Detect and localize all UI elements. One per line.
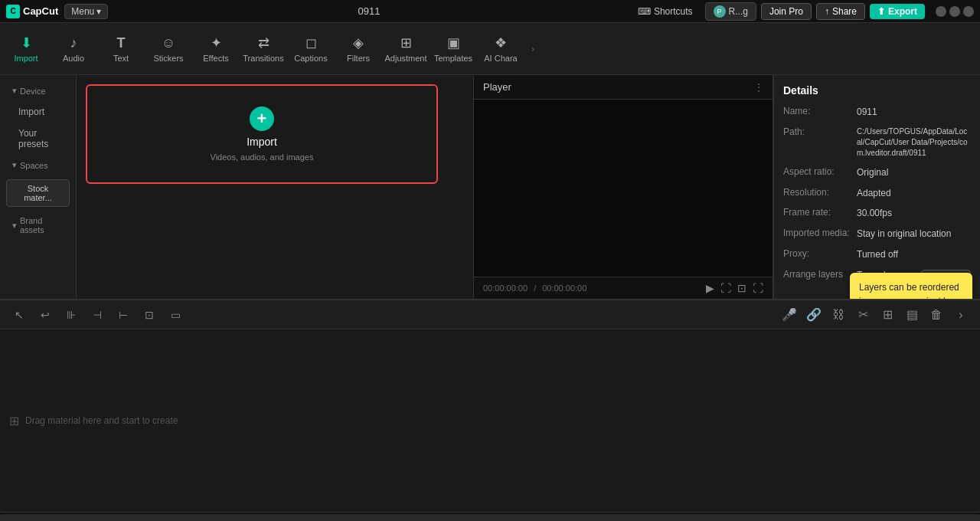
player-body (474, 100, 773, 277)
timeline-undo-button[interactable]: ↩ (35, 305, 55, 325)
shortcuts-label: Shortcuts (654, 6, 693, 17)
sidebar-brand-assets-label: Brand assets (20, 216, 64, 234)
sidebar-spaces-section[interactable]: ▾ Spaces (3, 156, 73, 175)
maximize-button[interactable] (949, 6, 960, 17)
timeline-toolbar: ↖ ↩ ⊪ ⊣ ⊢ ⊡ ▭ 🎤 🔗 ⛓ ✂ ⊞ ▤ 🗑 › (0, 300, 980, 329)
transitions-icon: ⇄ (255, 34, 272, 51)
player-menu-button[interactable]: ⋮ (754, 82, 763, 93)
profile-icon: P (714, 5, 726, 18)
spaces-chevron-icon: ▾ (12, 160, 17, 170)
detail-aspect-row: Aspect ratio: Original (783, 166, 971, 179)
menu-label: Menu (71, 6, 94, 17)
timeline-trim-button[interactable]: ⊣ (87, 305, 107, 325)
detail-path-value: C:/Users/TOPGUS/AppData/Local/CapCut/Use… (857, 126, 971, 159)
capcut-logo: C CapCut (6, 5, 58, 18)
close-button[interactable] (963, 6, 974, 17)
tool-ai-chara-label: AI Chara (484, 54, 517, 63)
captions-icon: ◻ (302, 34, 319, 51)
app-title: CapCut (23, 5, 58, 17)
timeline-align-button[interactable]: ⊞ (877, 305, 897, 325)
sidebar-stock-material[interactable]: Stock mater... (6, 179, 70, 207)
timeline-drag-label: Drag material here and start to create (25, 415, 178, 426)
timeline-audio-button[interactable]: 🎤 (779, 305, 799, 325)
detail-aspect-value: Original (857, 166, 888, 179)
play-button[interactable]: ▶ (706, 282, 714, 294)
player-time-total: 00:00:00:00 (542, 283, 586, 293)
timeline-trim-right-button[interactable]: ⊢ (113, 305, 133, 325)
timeline-scrollbar[interactable] (0, 512, 980, 521)
tool-captions[interactable]: ◻ Captions (288, 26, 334, 72)
profile-button[interactable]: P R...g (705, 2, 756, 21)
detail-aspect-label: Aspect ratio: (783, 166, 852, 179)
tool-effects[interactable]: ✦ Effects (193, 26, 239, 72)
sidebar-brand-assets-section[interactable]: ▾ Brand assets (3, 211, 73, 239)
sidebar-import[interactable]: Import (3, 102, 73, 122)
timeline-magnet-button[interactable]: 🔗 (804, 305, 824, 325)
fullscreen-button[interactable]: ⛶ (720, 282, 731, 294)
topbar-right: ⌨ Shortcuts P R...g Join Pro ↑ Share ⬆ E… (630, 2, 974, 21)
timeline-select-tool[interactable]: ↖ (9, 305, 29, 325)
timeline-link-button[interactable]: ⛓ (828, 305, 848, 325)
share-button[interactable]: ↑ Share (816, 3, 865, 20)
timeline-unlink-button[interactable]: ✂ (853, 305, 873, 325)
player-footer: 00:00:00:00 / 00:00:00:00 ▶ ⛶ ⊡ ⛶ (474, 277, 773, 299)
detail-name-value: 0911 (857, 106, 877, 119)
logo-icon: C (6, 5, 20, 18)
shortcuts-button[interactable]: ⌨ Shortcuts (630, 4, 701, 19)
timeline-crop-button[interactable]: ▭ (165, 305, 185, 325)
tool-ai-chara[interactable]: ❖ AI Chara (478, 26, 524, 72)
join-pro-button[interactable]: Join Pro (761, 3, 812, 20)
ai-chara-icon: ❖ (492, 34, 509, 51)
minimize-button[interactable] (936, 6, 946, 17)
tool-captions-label: Captions (294, 54, 327, 63)
content-area: + Import Videos, audios, and images (77, 75, 473, 299)
tooltip-text: Layers can be reordered in every new pro… (859, 282, 959, 299)
menu-button[interactable]: Menu ▾ (64, 4, 108, 19)
import-box: + Import Videos, audios, and images (211, 106, 314, 162)
tool-filters[interactable]: ◈ Filters (335, 26, 381, 72)
toolbar-more-button[interactable]: › (525, 26, 541, 72)
tool-stickers[interactable]: ☺ Stickers (145, 26, 191, 72)
topbar: C CapCut Menu ▾ 0911 ⌨ Shortcuts P R...g… (0, 0, 980, 23)
tool-text[interactable]: T Text (98, 26, 144, 72)
import-area[interactable]: + Import Videos, audios, and images (86, 84, 438, 184)
import-sub-label: Videos, audios, and images (211, 152, 314, 162)
tool-transitions[interactable]: ⇄ Transitions (240, 26, 286, 72)
timeline-more-button[interactable]: › (951, 305, 971, 325)
tool-import[interactable]: ⬇ Import (3, 26, 49, 72)
details-panel: Details Name: 0911 Path: C:/Users/TOPGUS… (773, 75, 980, 299)
timeline-layer-button[interactable]: ▤ (902, 305, 922, 325)
sidebar-spaces-label: Spaces (20, 161, 48, 170)
detail-path-label: Path: (783, 126, 852, 159)
import-icon: ⬇ (18, 34, 34, 51)
tool-adjustment[interactable]: ⊞ Adjustment (383, 26, 429, 72)
detail-proxy-label: Proxy: (783, 248, 852, 261)
timeline-expand-button[interactable]: ⊡ (139, 305, 159, 325)
timeline: ↖ ↩ ⊪ ⊣ ⊢ ⊡ ▭ 🎤 🔗 ⛓ ✂ ⊞ ▤ 🗑 › ⊞ Drag mat… (0, 299, 980, 521)
detail-resolution-label: Resolution: (783, 187, 852, 200)
detail-proxy-row: Proxy: Turned off (783, 248, 971, 261)
player-header: Player ⋮ (474, 75, 773, 100)
sidebar-stock-material-label: Stock mater... (24, 184, 52, 202)
topbar-center: 0911 (114, 5, 624, 17)
tool-audio[interactable]: ♪ Audio (51, 26, 96, 72)
timeline-split-button[interactable]: ⊪ (61, 305, 81, 325)
tool-templates[interactable]: ▣ Templates (430, 26, 476, 72)
crop-button[interactable]: ⊡ (737, 282, 746, 294)
export-button[interactable]: ⬆ Export (870, 4, 925, 19)
tool-audio-label: Audio (63, 54, 84, 63)
sidebar-your-presets[interactable]: Your presets (3, 123, 73, 154)
detail-name-label: Name: (783, 106, 852, 119)
sidebar-device-section[interactable]: ▾ Device (3, 81, 73, 100)
scroll-track[interactable] (0, 514, 980, 521)
detail-framerate-value: 30.00fps (857, 207, 892, 220)
import-plus-icon: + (250, 106, 274, 131)
share-icon: ↑ (825, 6, 829, 17)
stickers-icon: ☺ (160, 34, 177, 51)
middle-section: ▾ Device Import Your presets ▾ Spaces St… (0, 75, 980, 299)
player-time-separator: / (534, 283, 536, 293)
timeline-delete-button[interactable]: 🗑 (926, 305, 946, 325)
expand-button[interactable]: ⛶ (753, 282, 763, 294)
adjustment-icon: ⊞ (397, 34, 414, 51)
tool-filters-label: Filters (347, 54, 370, 63)
